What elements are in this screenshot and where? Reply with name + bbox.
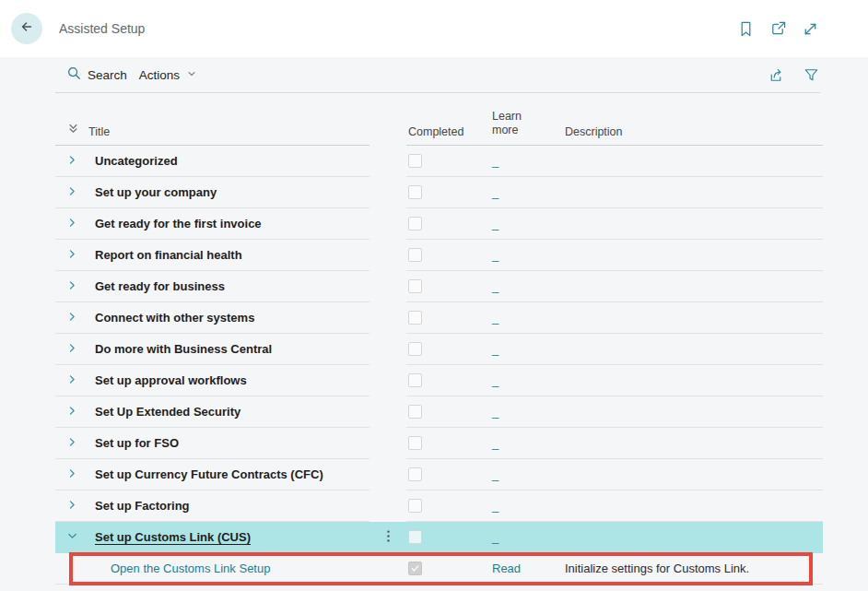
completed-checkbox[interactable] <box>408 530 422 544</box>
setup-category-row[interactable]: Uncategorized_ <box>55 146 823 177</box>
learn-more-link[interactable]: _ <box>492 279 499 293</box>
assisted-setup-list: Search Actions Title Completed Learn mor… <box>0 57 868 591</box>
completed-checkbox[interactable] <box>408 217 422 230</box>
row-title[interactable]: Set Up Extended Security <box>95 405 240 419</box>
setup-category-row[interactable]: Connect with other systems_ <box>55 302 823 334</box>
chevron-down-icon[interactable] <box>66 529 78 546</box>
chevron-right-icon[interactable] <box>66 247 78 264</box>
row-title[interactable]: Report on financial health <box>95 248 242 262</box>
row-title[interactable]: Set up for FSO <box>95 436 179 450</box>
learn-more-link[interactable]: _ <box>492 342 499 356</box>
search-icon <box>66 65 81 84</box>
completed-checkbox[interactable] <box>408 154 422 168</box>
row-title[interactable]: Set up your company <box>95 185 217 199</box>
chevron-right-icon[interactable] <box>66 153 78 170</box>
completed-checkbox[interactable] <box>408 311 422 325</box>
completed-checkbox[interactable] <box>408 248 422 262</box>
learn-more-link[interactable]: _ <box>492 217 499 230</box>
learn-more-link[interactable]: _ <box>492 405 499 419</box>
completed-checkbox[interactable] <box>408 436 422 450</box>
back-button[interactable] <box>11 13 42 44</box>
chevron-right-icon[interactable] <box>66 184 78 201</box>
setup-category-row[interactable]: Set up approval workflows_ <box>55 365 823 396</box>
column-header-completed[interactable]: Completed <box>406 125 490 146</box>
open-in-new-window-icon[interactable] <box>769 20 787 38</box>
setup-category-row[interactable]: Set up for FSO_ <box>55 428 823 459</box>
completed-checkbox[interactable] <box>408 405 422 419</box>
chevron-right-icon[interactable] <box>66 467 78 483</box>
row-context-menu-icon[interactable] <box>381 529 395 547</box>
setup-category-row[interactable]: Report on financial health_ <box>55 240 823 271</box>
top-bar: Assisted Setup <box>0 0 868 57</box>
row-title[interactable]: Set up Factoring <box>95 499 190 513</box>
row-title[interactable]: Get ready for the first invoice <box>95 217 262 230</box>
learn-more-link[interactable]: _ <box>492 467 499 481</box>
page-title: Assisted Setup <box>59 21 145 36</box>
chevron-right-icon[interactable] <box>66 278 78 295</box>
setup-category-row[interactable]: Set up Customs Link (CUS)_ <box>55 522 823 553</box>
action-bar: Search Actions <box>0 57 868 92</box>
row-title[interactable]: Connect with other systems <box>95 311 254 325</box>
learn-more-link[interactable]: _ <box>492 185 499 199</box>
setup-category-row[interactable]: Set Up Extended Security_ <box>55 396 823 428</box>
chevron-right-icon[interactable] <box>66 498 78 514</box>
learn-more-link[interactable]: Read <box>492 561 521 575</box>
share-icon[interactable] <box>768 66 785 84</box>
learn-more-link[interactable]: _ <box>492 436 499 450</box>
learn-more-link[interactable]: _ <box>492 154 499 168</box>
row-title[interactable]: Set up Currency Future Contracts (CFC) <box>95 467 323 481</box>
row-description: Initialize settings for Customs Link. <box>565 561 749 575</box>
setup-category-row[interactable]: Set up your company_ <box>55 177 823 208</box>
chevron-right-icon[interactable] <box>66 310 78 326</box>
completed-checkbox[interactable] <box>408 279 422 293</box>
column-header-description[interactable]: Description <box>563 125 823 146</box>
learn-more-link[interactable]: _ <box>492 530 499 544</box>
row-title[interactable]: Do more with Business Central <box>95 342 272 356</box>
chevron-right-icon[interactable] <box>66 341 78 358</box>
completed-checkbox[interactable] <box>408 342 422 356</box>
setup-category-row[interactable]: Set up Currency Future Contracts (CFC)_ <box>55 459 823 491</box>
row-title[interactable]: Set up Customs Link (CUS) <box>95 530 251 544</box>
chevron-right-icon[interactable] <box>66 435 78 452</box>
completed-checkbox[interactable] <box>408 373 422 387</box>
completed-checkbox[interactable] <box>408 185 422 199</box>
collapse-all-icon[interactable] <box>55 122 88 146</box>
column-header-learn-more[interactable]: Learn more <box>490 110 563 146</box>
filter-icon[interactable] <box>803 66 820 84</box>
back-arrow-icon <box>18 18 35 39</box>
setup-category-row[interactable]: Do more with Business Central_ <box>55 334 823 365</box>
chevron-down-icon[interactable] <box>186 66 197 83</box>
chevron-right-icon[interactable] <box>66 372 78 389</box>
search-button[interactable]: Search Actions <box>66 65 197 84</box>
table-header-row: Title Completed Learn more Description <box>55 105 823 146</box>
row-title[interactable]: Uncategorized <box>95 154 178 168</box>
learn-more-link[interactable]: _ <box>492 311 499 325</box>
table-body: Uncategorized_Set up your company_Get re… <box>0 146 868 585</box>
bookmark-icon[interactable] <box>737 20 755 38</box>
chevron-right-icon[interactable] <box>66 404 78 420</box>
row-title[interactable]: Open the Customs Link Setup <box>95 561 270 575</box>
learn-more-link[interactable]: _ <box>492 499 499 513</box>
search-label: Search <box>88 68 127 82</box>
learn-more-link[interactable]: _ <box>492 248 499 262</box>
setup-category-row[interactable]: Get ready for the first invoice_ <box>55 208 823 240</box>
setup-child-row[interactable]: Open the Customs Link SetupReadInitializ… <box>55 553 823 585</box>
chevron-right-icon[interactable] <box>66 216 78 232</box>
setup-category-row[interactable]: Set up Factoring_ <box>55 491 823 522</box>
expand-icon[interactable] <box>802 20 819 38</box>
completed-checkbox <box>408 561 422 575</box>
column-header-title[interactable]: Title <box>88 125 369 146</box>
row-title[interactable]: Get ready for business <box>95 279 225 293</box>
learn-more-link[interactable]: _ <box>492 373 499 387</box>
actions-menu[interactable]: Actions <box>139 68 180 82</box>
setup-category-row[interactable]: Get ready for business_ <box>55 271 823 302</box>
completed-checkbox[interactable] <box>408 499 422 513</box>
row-title[interactable]: Set up approval workflows <box>95 373 247 387</box>
completed-checkbox[interactable] <box>408 467 422 481</box>
